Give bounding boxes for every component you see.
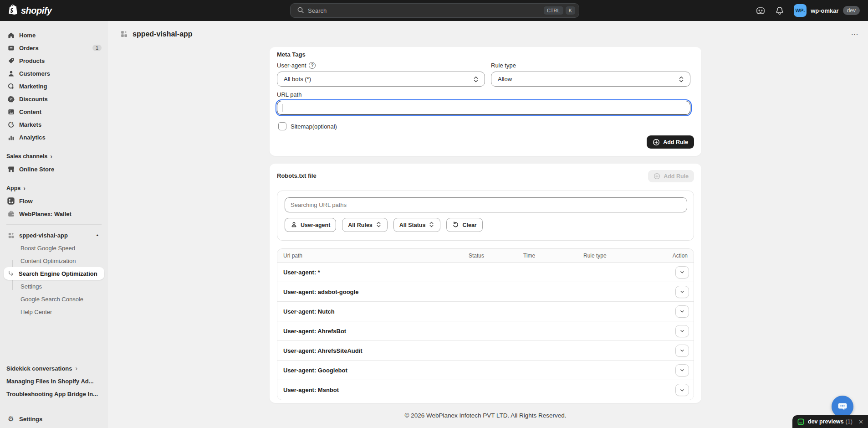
status-filter-select[interactable]: All Status (393, 218, 441, 232)
dev-previews-toast: dev previews (1) ✕ (792, 415, 868, 428)
help-icon[interactable]: ? (309, 62, 316, 69)
sidebar-item-settings[interactable]: ⚙ Settings (4, 413, 104, 425)
sidebar-item-orders[interactable]: Orders 1 (4, 41, 104, 54)
table-row: User-agent: Msnbot (277, 380, 694, 400)
expand-row-button[interactable] (675, 364, 689, 376)
rule-type-select[interactable]: Allow (491, 72, 690, 87)
sidekick-conversations-header[interactable]: Sidekick conversations › (4, 362, 104, 375)
target-cursor-icon (6, 82, 15, 91)
rules-filter-select[interactable]: All Rules (342, 218, 388, 232)
shortcut-key-k: K (566, 6, 575, 15)
col-action: Action (667, 253, 688, 259)
sidebar-item-markets[interactable]: $ Markets (4, 118, 104, 131)
sidebar-item-discounts[interactable]: Discounts (4, 93, 104, 105)
close-icon[interactable]: ✕ (858, 418, 863, 425)
sidebar-item-products[interactable]: Products (4, 54, 104, 67)
chevron-down-icon (679, 328, 685, 334)
subnav-boost-google-speed[interactable]: Boost Google Speed (4, 242, 104, 254)
expand-row-button[interactable] (675, 266, 689, 278)
expand-row-button[interactable] (675, 286, 689, 298)
sitemap-checkbox[interactable] (278, 122, 286, 130)
store-env-badge: dev (843, 6, 860, 15)
url-path-field-wrapper (277, 101, 690, 115)
sidebar-item-flow[interactable]: Flow (4, 195, 104, 207)
sidebar-item-home[interactable]: Home (4, 29, 104, 41)
dev-previews-label: dev previews (808, 418, 844, 425)
chevron-down-icon (679, 308, 685, 315)
sales-channels-header[interactable]: Sales channels › (4, 150, 104, 163)
rule-type-label: Rule type (491, 62, 516, 69)
global-search-input[interactable]: Search CTRL K (290, 3, 579, 18)
select-chevrons-icon (429, 221, 434, 229)
table-row: User-agent: AhrefsBot (277, 321, 694, 341)
col-rule-type: Rule type (583, 253, 667, 259)
conversation-item-2[interactable]: Troubleshooting App Bridge In... (4, 387, 104, 400)
media-icon (6, 107, 15, 116)
subnav-help-center[interactable]: Help Center (4, 305, 104, 318)
notifications-button[interactable] (773, 4, 786, 17)
user-agent-label: User-agent ? (277, 62, 316, 69)
expand-row-button[interactable] (675, 325, 689, 337)
discount-badge-icon (6, 94, 15, 103)
select-chevrons-icon (376, 221, 382, 229)
app-blocks-icon (119, 30, 128, 39)
user-agent-select[interactable]: All bots (*) (277, 72, 485, 87)
reset-icon (452, 221, 459, 229)
search-placeholder: Search (308, 7, 541, 14)
subnav-content-optimization[interactable]: Content Optimization (4, 254, 104, 267)
expand-row-button[interactable] (675, 384, 689, 396)
plus-circle-icon (653, 139, 660, 146)
table-row: User-agent: Googlebot (277, 361, 694, 380)
flow-app-icon (6, 196, 15, 206)
sitemap-checkbox-row[interactable]: Sitemap(optional) (278, 122, 337, 130)
clear-filters-button[interactable]: Clear (446, 218, 482, 232)
page-actions-menu-button[interactable]: ⋯ (849, 28, 861, 40)
sidebar-item-marketing[interactable]: Marketing (4, 80, 104, 93)
user-name[interactable]: wp-omkar (811, 7, 838, 14)
orders-count-badge: 1 (92, 45, 102, 51)
sidebar-item-analytics[interactable]: Analytics (4, 131, 104, 144)
sidebar-item-spped-vishal-app[interactable]: spped-vishal-app • (4, 229, 104, 242)
plus-circle-icon (654, 173, 660, 180)
robots-title: Robots.txt file (277, 172, 317, 179)
sidebar: Home Orders 1 Products Customers Marketi… (0, 21, 108, 428)
sidebar-item-online-store[interactable]: Online Store (4, 163, 104, 175)
subnav-search-engine-optimization[interactable]: Search Engine Optimization (4, 267, 104, 280)
orders-icon (6, 43, 15, 52)
expand-row-button[interactable] (675, 345, 689, 357)
copyright-footer: © 2026 WebPlanex Infotech PVT LTD. All R… (270, 412, 701, 419)
enter-arrow-icon (6, 269, 15, 278)
text-caret (282, 104, 282, 112)
sidebar-item-webplanex-wallet[interactable]: WebPlanex: Wallet (4, 207, 104, 220)
bell-icon (775, 6, 784, 15)
subnav-google-search-console[interactable]: Google Search Console (4, 293, 104, 305)
url-search-input[interactable] (285, 197, 687, 212)
user-agent-filter-button[interactable]: User-agent (285, 218, 336, 232)
shortcut-key-ctrl: CTRL (544, 6, 563, 15)
table-row: User-agent: adsbot-google (277, 282, 694, 302)
add-rule-button[interactable]: Add Rule (647, 135, 694, 149)
unread-dot: • (93, 232, 102, 239)
avatar[interactable]: WP- (794, 4, 807, 17)
sidekick-assistant-button[interactable] (754, 4, 767, 17)
expand-row-button[interactable] (675, 305, 689, 318)
table-header-row: Url path Status Time Rule type Action (277, 249, 694, 263)
main-content: spped-vishal-app ⋯ Meta Tags User-agent … (108, 21, 868, 428)
sidebar-item-customers[interactable]: Customers (4, 67, 104, 80)
robots-card: Robots.txt file Add Rule User-agent All … (270, 164, 701, 403)
url-path-input[interactable] (277, 101, 690, 115)
url-path-label: URL path (277, 91, 301, 98)
shopify-logo[interactable]: shopify (8, 0, 52, 21)
conversation-item-1[interactable]: Managing Files In Shopify Ad... (4, 375, 104, 387)
globe-dollar-icon: $ (6, 120, 15, 129)
sidebar-item-content[interactable]: Content (4, 105, 104, 118)
add-rule-button-disabled[interactable]: Add Rule (648, 170, 694, 182)
table-row: User-agent: * (277, 263, 694, 282)
meta-tags-title: Meta Tags (277, 51, 306, 58)
apps-header[interactable]: Apps › (4, 182, 104, 195)
chat-support-button[interactable] (832, 396, 853, 418)
sidebar-divider (6, 224, 102, 225)
meta-tags-card: Meta Tags User-agent ? All bots (*) Rule… (270, 47, 701, 156)
col-status: Status (469, 253, 523, 259)
subnav-settings[interactable]: Settings (4, 280, 104, 293)
